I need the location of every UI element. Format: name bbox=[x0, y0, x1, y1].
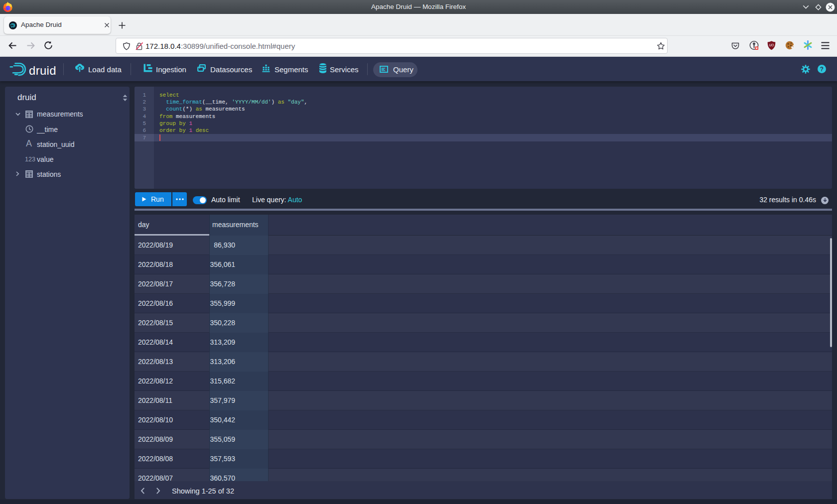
svg-text:?: ? bbox=[820, 66, 824, 73]
svg-text:UO: UO bbox=[769, 43, 774, 47]
